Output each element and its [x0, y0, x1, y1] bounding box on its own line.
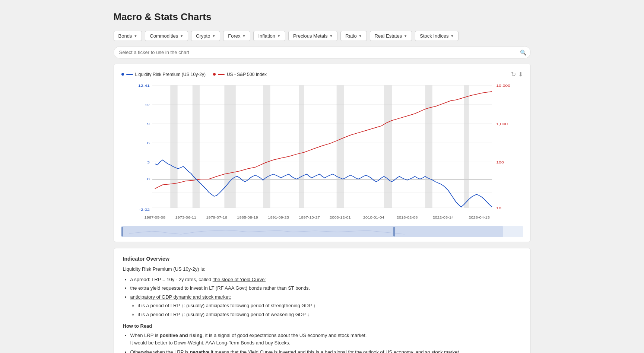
chart-svg: 12.41 12 9 6 3 0 -2.02 10,000 1,000 100 … [121, 82, 523, 223]
chevron-icon: ▼ [329, 34, 333, 38]
overview-title: Indicator Overview [123, 256, 521, 262]
svg-text:10: 10 [496, 206, 501, 210]
btn-stock-indices[interactable]: Stock Indices ▼ [415, 31, 459, 41]
range-mini-chart [121, 226, 523, 237]
svg-rect-41 [121, 226, 503, 237]
svg-rect-42 [121, 227, 123, 236]
svg-text:1985-08-19: 1985-08-19 [237, 216, 258, 219]
svg-rect-12 [263, 85, 270, 208]
svg-text:3: 3 [147, 160, 150, 164]
legend-dot-red [213, 73, 216, 76]
chevron-icon: ▼ [404, 34, 407, 38]
legend-line-blue [126, 74, 133, 75]
chart-area: 12.41 12 9 6 3 0 -2.02 10,000 1,000 100 … [121, 82, 523, 223]
info-card: Indicator Overview Liquidity Risk Premiu… [114, 248, 531, 353]
overview-bullet-0: a spread: LRP = 10y - 2y rates, called '… [130, 276, 521, 283]
svg-text:10,000: 10,000 [496, 84, 510, 88]
overview-bullet-2: anticipatory of GDP dynamic and stock ma… [130, 293, 521, 318]
btn-commodities[interactable]: Commodities ▼ [145, 31, 188, 41]
sub-bullet-0: if is a period of LRP ↑: (usually) antic… [138, 302, 521, 309]
how-title: How to Read [123, 323, 521, 329]
svg-rect-10 [192, 85, 199, 208]
chevron-icon: ▼ [277, 34, 280, 38]
chart-card: Liquidity Risk Premium (US 10y-2y) US - … [114, 64, 531, 242]
svg-text:2028-04-13: 2028-04-13 [469, 216, 490, 219]
search-icon: 🔍 [520, 50, 526, 55]
chart-header: Liquidity Risk Premium (US 10y-2y) US - … [121, 71, 523, 78]
how-list: When LRP is positive and rising, it is a… [130, 332, 521, 353]
btn-bonds[interactable]: Bonds ▼ [114, 31, 142, 41]
overview-intro: Liquidity Risk Premium (US 10y-2y) is: [123, 265, 521, 273]
yield-curve-link[interactable]: 'the slope of Yield Curve' [213, 277, 266, 282]
chevron-icon: ▼ [212, 34, 215, 38]
sub-bullet-1: if is a period of LRP ↓: (usually) antic… [138, 311, 521, 318]
btn-real-estates[interactable]: Real Estates ▼ [370, 31, 412, 41]
chevron-icon: ▼ [180, 34, 183, 38]
svg-rect-15 [384, 85, 392, 208]
how-sub-0: It would be better to Down-Weight. AAA L… [130, 340, 291, 346]
negative-text: negative [190, 349, 210, 353]
svg-text:100: 100 [496, 160, 504, 164]
svg-text:0: 0 [147, 177, 150, 181]
btn-ratio[interactable]: Ratio ▼ [340, 31, 367, 41]
download-icon[interactable]: ⬇ [518, 71, 523, 78]
svg-text:2016-02-08: 2016-02-08 [396, 216, 418, 219]
search-bar: 🔍 [114, 46, 531, 58]
positive-rising-text: positive and rising [160, 333, 203, 338]
svg-text:12: 12 [145, 103, 150, 106]
svg-rect-9 [170, 85, 177, 208]
svg-rect-11 [224, 85, 235, 208]
chevron-icon: ▼ [134, 34, 137, 38]
svg-text:2022-03-14: 2022-03-14 [432, 216, 454, 219]
svg-text:6: 6 [147, 141, 150, 145]
legend-red: US - S&P 500 Index [213, 72, 267, 77]
svg-rect-13 [299, 85, 304, 208]
svg-text:-2.02: -2.02 [139, 208, 149, 212]
refresh-icon[interactable]: ↻ [511, 71, 516, 78]
svg-rect-43 [393, 227, 395, 236]
how-bullet-1: Otherwise when the LRP is negative it me… [130, 349, 521, 353]
svg-text:1997-10-27: 1997-10-27 [299, 216, 320, 219]
svg-rect-0 [121, 82, 523, 223]
btn-inflation[interactable]: Inflation ▼ [253, 31, 285, 41]
svg-text:1,000: 1,000 [496, 122, 508, 126]
chart-actions: ↻ ⬇ [511, 71, 523, 78]
chevron-icon: ▼ [242, 34, 246, 38]
svg-rect-16 [425, 85, 432, 208]
legend-blue: Liquidity Risk Premium (US 10y-2y) [121, 72, 206, 77]
page-title: Macro & Stats Charts [114, 11, 531, 23]
svg-rect-17 [464, 85, 469, 208]
svg-text:1979-07-16: 1979-07-16 [206, 216, 227, 219]
search-input[interactable] [114, 46, 531, 58]
overview-list: a spread: LRP = 10y - 2y rates, called '… [130, 276, 521, 318]
btn-precious-metals[interactable]: Precious Metals ▼ [288, 31, 337, 41]
chevron-icon: ▼ [359, 34, 362, 38]
sub-list: if is a period of LRP ↑: (usually) antic… [138, 302, 521, 318]
toolbar: Bonds ▼ Commodities ▼ Crypto ▼ Forex ▼ I… [114, 31, 531, 41]
svg-rect-14 [336, 85, 343, 208]
legend-line-red [218, 74, 225, 75]
btn-forex[interactable]: Forex ▼ [223, 31, 250, 41]
svg-text:1973-06-11: 1973-06-11 [175, 216, 196, 219]
chevron-icon: ▼ [451, 34, 454, 38]
chart-legend: Liquidity Risk Premium (US 10y-2y) US - … [121, 72, 267, 77]
overview-bullet-1: the extra yield requested to invest in L… [130, 284, 521, 292]
btn-crypto[interactable]: Crypto ▼ [191, 31, 220, 41]
svg-text:12.41: 12.41 [138, 84, 149, 88]
svg-text:1991-09-23: 1991-09-23 [268, 216, 289, 219]
svg-text:9: 9 [147, 122, 150, 126]
range-slider[interactable] [121, 226, 523, 237]
legend-dot-blue [121, 73, 124, 76]
how-bullet-0: When LRP is positive and rising, it is a… [130, 332, 521, 346]
svg-text:1967-05-08: 1967-05-08 [144, 216, 165, 219]
svg-text:2010-01-04: 2010-01-04 [363, 216, 384, 219]
gdp-link[interactable]: anticipatory of GDP dynamic and stock ma… [130, 294, 231, 300]
svg-text:2003-12-01: 2003-12-01 [330, 216, 351, 219]
